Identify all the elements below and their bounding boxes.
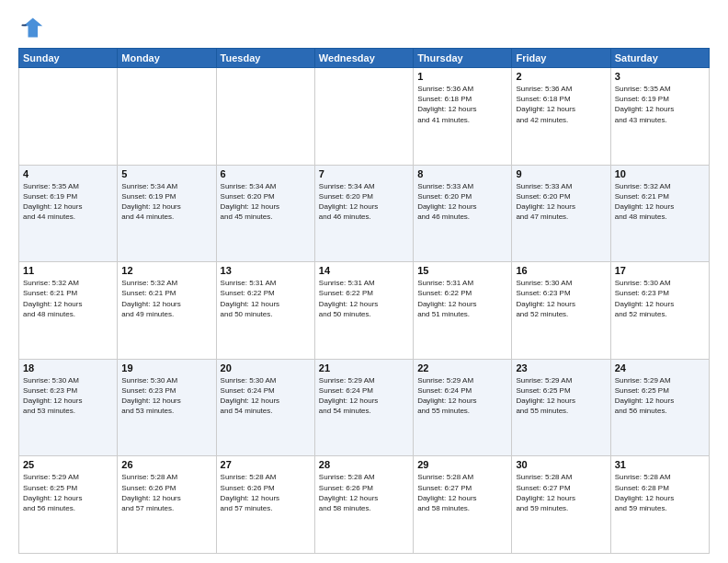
- day-number: 13: [221, 265, 311, 276]
- svg-rect-1: [22, 25, 27, 27]
- day-number: 15: [417, 265, 507, 276]
- day-info: Sunrise: 5:28 AM Sunset: 6:27 PM Dayligh…: [516, 472, 606, 513]
- day-number: 20: [221, 362, 311, 373]
- day-info: Sunrise: 5:28 AM Sunset: 6:27 PM Dayligh…: [417, 472, 507, 513]
- svg-marker-0: [23, 18, 42, 38]
- day-number: 6: [221, 168, 311, 179]
- header: [18, 15, 710, 40]
- calendar-week-5: 25Sunrise: 5:29 AM Sunset: 6:25 PM Dayli…: [19, 456, 710, 554]
- day-info: Sunrise: 5:29 AM Sunset: 6:25 PM Dayligh…: [615, 375, 705, 417]
- calendar-empty-cell: [118, 68, 216, 166]
- day-number: 5: [121, 168, 211, 179]
- day-number: 24: [615, 362, 705, 373]
- day-info: Sunrise: 5:28 AM Sunset: 6:28 PM Dayligh…: [615, 472, 705, 513]
- weekday-header-monday: Monday: [118, 49, 216, 68]
- day-number: 8: [417, 168, 507, 179]
- day-info: Sunrise: 5:31 AM Sunset: 6:22 PM Dayligh…: [319, 278, 409, 319]
- calendar-empty-cell: [216, 68, 314, 166]
- calendar-day-2: 2Sunrise: 5:36 AM Sunset: 6:18 PM Daylig…: [512, 68, 610, 166]
- calendar-day-13: 13Sunrise: 5:31 AM Sunset: 6:22 PM Dayli…: [216, 262, 314, 360]
- day-number: 16: [516, 265, 606, 276]
- day-number: 14: [319, 265, 409, 276]
- calendar-week-1: 1Sunrise: 5:36 AM Sunset: 6:18 PM Daylig…: [19, 68, 710, 166]
- calendar-day-11: 11Sunrise: 5:32 AM Sunset: 6:21 PM Dayli…: [19, 262, 118, 360]
- day-info: Sunrise: 5:33 AM Sunset: 6:20 PM Dayligh…: [516, 181, 606, 223]
- calendar-day-29: 29Sunrise: 5:28 AM Sunset: 6:27 PM Dayli…: [414, 456, 512, 554]
- day-number: 7: [319, 168, 409, 179]
- day-number: 31: [615, 459, 705, 470]
- calendar-day-30: 30Sunrise: 5:28 AM Sunset: 6:27 PM Dayli…: [512, 456, 610, 554]
- calendar-table: SundayMondayTuesdayWednesdayThursdayFrid…: [18, 48, 710, 554]
- day-info: Sunrise: 5:29 AM Sunset: 6:25 PM Dayligh…: [23, 472, 113, 513]
- calendar-day-31: 31Sunrise: 5:28 AM Sunset: 6:28 PM Dayli…: [610, 456, 709, 554]
- day-number: 1: [417, 71, 507, 82]
- calendar-day-7: 7Sunrise: 5:34 AM Sunset: 6:20 PM Daylig…: [314, 165, 413, 262]
- day-number: 28: [319, 459, 409, 470]
- day-info: Sunrise: 5:32 AM Sunset: 6:21 PM Dayligh…: [23, 278, 113, 319]
- page: SundayMondayTuesdayWednesdayThursdayFrid…: [0, 0, 728, 563]
- day-number: 29: [417, 459, 507, 470]
- calendar-week-2: 4Sunrise: 5:35 AM Sunset: 6:19 PM Daylig…: [19, 165, 710, 262]
- day-info: Sunrise: 5:29 AM Sunset: 6:24 PM Dayligh…: [319, 375, 409, 417]
- calendar-day-10: 10Sunrise: 5:32 AM Sunset: 6:21 PM Dayli…: [610, 165, 709, 262]
- calendar-day-12: 12Sunrise: 5:32 AM Sunset: 6:21 PM Dayli…: [118, 262, 216, 360]
- logo-icon: [18, 15, 44, 40]
- day-info: Sunrise: 5:36 AM Sunset: 6:18 PM Dayligh…: [417, 84, 507, 125]
- weekday-header-thursday: Thursday: [414, 49, 512, 68]
- day-number: 26: [121, 459, 211, 470]
- day-number: 9: [516, 168, 606, 179]
- calendar-day-28: 28Sunrise: 5:28 AM Sunset: 6:26 PM Dayli…: [314, 456, 413, 554]
- calendar-day-24: 24Sunrise: 5:29 AM Sunset: 6:25 PM Dayli…: [610, 359, 709, 456]
- day-info: Sunrise: 5:34 AM Sunset: 6:20 PM Dayligh…: [221, 181, 311, 223]
- day-number: 12: [121, 265, 211, 276]
- day-number: 22: [417, 362, 507, 373]
- calendar-week-3: 11Sunrise: 5:32 AM Sunset: 6:21 PM Dayli…: [19, 262, 710, 360]
- calendar-day-27: 27Sunrise: 5:28 AM Sunset: 6:26 PM Dayli…: [216, 456, 314, 554]
- day-info: Sunrise: 5:29 AM Sunset: 6:25 PM Dayligh…: [516, 375, 606, 417]
- day-info: Sunrise: 5:32 AM Sunset: 6:21 PM Dayligh…: [615, 181, 705, 223]
- day-info: Sunrise: 5:31 AM Sunset: 6:22 PM Dayligh…: [417, 278, 507, 319]
- calendar-day-25: 25Sunrise: 5:29 AM Sunset: 6:25 PM Dayli…: [19, 456, 118, 554]
- day-info: Sunrise: 5:30 AM Sunset: 6:23 PM Dayligh…: [23, 375, 113, 417]
- day-info: Sunrise: 5:32 AM Sunset: 6:21 PM Dayligh…: [121, 278, 211, 319]
- day-info: Sunrise: 5:35 AM Sunset: 6:19 PM Dayligh…: [23, 181, 113, 223]
- calendar-day-9: 9Sunrise: 5:33 AM Sunset: 6:20 PM Daylig…: [512, 165, 610, 262]
- day-info: Sunrise: 5:30 AM Sunset: 6:24 PM Dayligh…: [221, 375, 311, 417]
- day-info: Sunrise: 5:35 AM Sunset: 6:19 PM Dayligh…: [615, 84, 705, 125]
- day-number: 10: [615, 168, 705, 179]
- day-number: 27: [221, 459, 311, 470]
- day-number: 4: [23, 168, 113, 179]
- day-number: 2: [516, 71, 606, 82]
- calendar-day-23: 23Sunrise: 5:29 AM Sunset: 6:25 PM Dayli…: [512, 359, 610, 456]
- day-info: Sunrise: 5:28 AM Sunset: 6:26 PM Dayligh…: [319, 472, 409, 513]
- calendar-day-3: 3Sunrise: 5:35 AM Sunset: 6:19 PM Daylig…: [610, 68, 709, 166]
- calendar-day-8: 8Sunrise: 5:33 AM Sunset: 6:20 PM Daylig…: [414, 165, 512, 262]
- day-info: Sunrise: 5:31 AM Sunset: 6:22 PM Dayligh…: [221, 278, 311, 319]
- day-number: 21: [319, 362, 409, 373]
- calendar-day-21: 21Sunrise: 5:29 AM Sunset: 6:24 PM Dayli…: [314, 359, 413, 456]
- weekday-header-saturday: Saturday: [610, 49, 709, 68]
- calendar-day-6: 6Sunrise: 5:34 AM Sunset: 6:20 PM Daylig…: [216, 165, 314, 262]
- day-info: Sunrise: 5:29 AM Sunset: 6:24 PM Dayligh…: [417, 375, 507, 417]
- weekday-header-friday: Friday: [512, 49, 610, 68]
- calendar-day-5: 5Sunrise: 5:34 AM Sunset: 6:19 PM Daylig…: [118, 165, 216, 262]
- day-info: Sunrise: 5:34 AM Sunset: 6:20 PM Dayligh…: [319, 181, 409, 223]
- logo: [18, 15, 48, 40]
- calendar-week-4: 18Sunrise: 5:30 AM Sunset: 6:23 PM Dayli…: [19, 359, 710, 456]
- day-number: 17: [615, 265, 705, 276]
- day-number: 30: [516, 459, 606, 470]
- calendar-day-22: 22Sunrise: 5:29 AM Sunset: 6:24 PM Dayli…: [414, 359, 512, 456]
- calendar-day-15: 15Sunrise: 5:31 AM Sunset: 6:22 PM Dayli…: [414, 262, 512, 360]
- day-number: 19: [121, 362, 211, 373]
- day-info: Sunrise: 5:36 AM Sunset: 6:18 PM Dayligh…: [516, 84, 606, 125]
- calendar-day-20: 20Sunrise: 5:30 AM Sunset: 6:24 PM Dayli…: [216, 359, 314, 456]
- day-info: Sunrise: 5:34 AM Sunset: 6:19 PM Dayligh…: [121, 181, 211, 223]
- calendar-empty-cell: [314, 68, 413, 166]
- calendar-empty-cell: [19, 68, 118, 166]
- calendar-header-row: SundayMondayTuesdayWednesdayThursdayFrid…: [19, 49, 710, 68]
- day-info: Sunrise: 5:30 AM Sunset: 6:23 PM Dayligh…: [121, 375, 211, 417]
- day-info: Sunrise: 5:30 AM Sunset: 6:23 PM Dayligh…: [516, 278, 606, 319]
- calendar-day-17: 17Sunrise: 5:30 AM Sunset: 6:23 PM Dayli…: [610, 262, 709, 360]
- calendar-day-14: 14Sunrise: 5:31 AM Sunset: 6:22 PM Dayli…: [314, 262, 413, 360]
- weekday-header-sunday: Sunday: [19, 49, 118, 68]
